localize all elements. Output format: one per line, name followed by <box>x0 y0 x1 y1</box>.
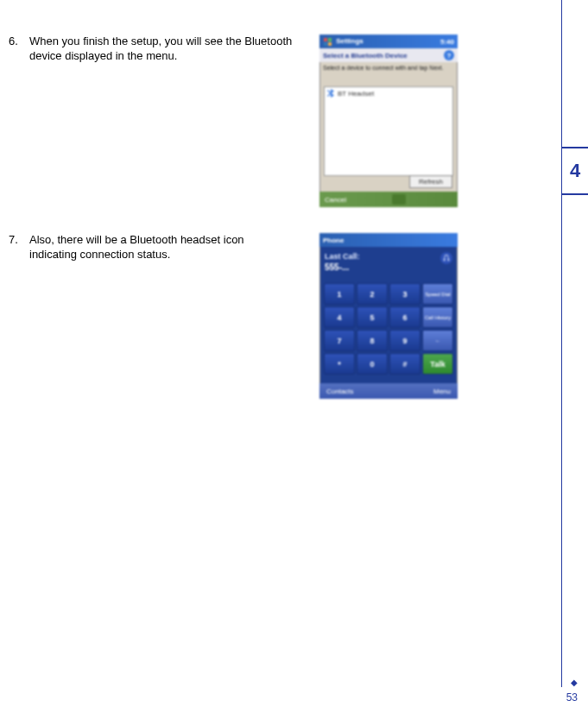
chapter-tab: 4 <box>562 147 588 195</box>
page-number: 53 <box>566 691 578 704</box>
key-6[interactable]: 6 <box>389 306 420 328</box>
device-list-item[interactable]: BT Headset <box>325 87 452 99</box>
backspace-button[interactable]: ← <box>422 330 453 351</box>
chapter-number: 4 <box>570 160 580 182</box>
dialog-subtitle: Select a Bluetooth Device <box>323 52 408 60</box>
wm-title-bar: Phone <box>319 233 458 247</box>
key-star[interactable]: * <box>324 353 355 375</box>
wm-title-bar: Settings 5:40 <box>319 35 458 48</box>
sip-keyboard-icon[interactable] <box>392 194 406 205</box>
step-7-row: 7. Also, there will be a Bluetooth heads… <box>9 233 501 399</box>
step-6-text-block: 6. When you finish the setup, you will s… <box>9 35 319 64</box>
key-1[interactable]: 1 <box>324 283 355 305</box>
device-list[interactable]: BT Headset <box>324 86 453 176</box>
key-9[interactable]: 9 <box>389 330 420 351</box>
dialer-keypad: 1 2 3 Speed Dial 4 5 6 Call History 7 8 … <box>324 283 453 375</box>
dialog-subtitle-bar: Select a Bluetooth Device ? <box>319 48 458 62</box>
key-0[interactable]: 0 <box>357 353 388 375</box>
softkey-left[interactable]: Cancel <box>325 196 346 204</box>
bluetooth-headset-icon <box>440 252 452 264</box>
softkey-right[interactable]: Menu <box>433 388 451 395</box>
screenshot-bluetooth-settings: Settings 5:40 Select a Bluetooth Device … <box>319 35 458 207</box>
key-8[interactable]: 8 <box>357 330 388 351</box>
key-2[interactable]: 2 <box>357 283 388 305</box>
softkey-bar: Contacts Menu <box>319 383 458 399</box>
dialog-instruction: Select a device to connect with and tap … <box>319 62 458 74</box>
page-footer: ◆ 53 <box>566 678 578 704</box>
step-6-number: 6. <box>9 35 29 49</box>
windows-flag-icon <box>323 37 332 46</box>
title-right: 5:40 <box>440 38 454 46</box>
bluetooth-icon <box>327 89 334 98</box>
step-7-body: Also, there will be a Bluetooth headset … <box>29 233 319 262</box>
app-title: Phone <box>323 237 344 244</box>
app-title: Settings <box>336 37 364 45</box>
footer-ornament-icon: ◆ <box>566 678 578 687</box>
softkey-bar: Cancel <box>319 192 458 207</box>
title-left: Phone <box>323 237 344 244</box>
title-left: Settings <box>323 37 364 46</box>
step-6-row: 6. When you finish the setup, you will s… <box>9 35 501 207</box>
step-7-text-block: 7. Also, there will be a Bluetooth heads… <box>9 233 319 262</box>
device-name-label: BT Headset <box>338 90 374 98</box>
key-5[interactable]: 5 <box>357 306 388 328</box>
key-4[interactable]: 4 <box>324 306 355 328</box>
key-3[interactable]: 3 <box>389 283 420 305</box>
margin-rule <box>561 0 562 687</box>
softkey-left[interactable]: Contacts <box>326 388 354 395</box>
key-hash[interactable]: # <box>389 353 420 375</box>
call-history-button[interactable]: Call History <box>422 306 453 328</box>
speed-dial-button[interactable]: Speed Dial <box>422 283 453 305</box>
page-content: 6. When you finish the setup, you will s… <box>9 35 501 425</box>
last-call-label: Last Call: <box>319 247 458 262</box>
help-icon[interactable]: ? <box>444 50 454 60</box>
refresh-button[interactable]: Refresh <box>409 175 452 188</box>
last-call-number: 555-... <box>319 262 458 275</box>
key-7[interactable]: 7 <box>324 330 355 351</box>
talk-button[interactable]: Talk <box>422 353 453 375</box>
screenshot-phone-dialer: Phone Last Call: 555-... 1 2 3 Speed Dia… <box>319 233 458 399</box>
step-6-body: When you finish the setup, you will see … <box>29 35 319 64</box>
step-7-number: 7. <box>9 233 29 248</box>
